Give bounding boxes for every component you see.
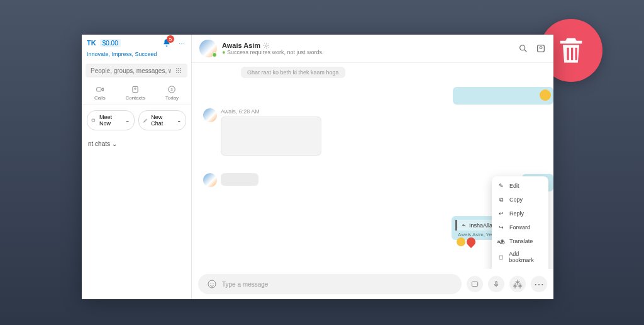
svg-point-5 — [180, 70, 181, 71]
svg-point-19 — [540, 47, 542, 49]
reply-arrow-icon — [461, 222, 467, 228]
more-icon[interactable]: ⋯ — [177, 38, 186, 47]
voice-message-button[interactable] — [488, 276, 504, 292]
svg-line-17 — [525, 50, 526, 52]
svg-point-3 — [176, 70, 177, 71]
action-row: Meet Now ⌄ New Chat ⌄ — [82, 105, 191, 135]
contact-status: Success requires work, not just words. — [227, 49, 324, 55]
svg-rect-9 — [97, 88, 101, 91]
nav-tabs: Calls Contacts S Today — [82, 80, 191, 105]
emoji-picker-icon[interactable] — [207, 279, 217, 289]
tab-calls[interactable]: Calls — [94, 85, 106, 101]
msg-bubble-small — [221, 173, 258, 186]
emoji-reaction — [540, 89, 551, 101]
tab-today[interactable]: S Today — [165, 85, 179, 101]
chevron-down-icon: ⌄ — [177, 117, 182, 123]
svg-point-6 — [176, 72, 177, 73]
settings-gear-icon — [263, 42, 270, 49]
sent-message[interactable] — [453, 87, 553, 105]
message-composer: Type a message ⁂ ⋯ — [192, 269, 553, 299]
svg-point-1 — [178, 68, 179, 69]
menu-edit[interactable]: ✎Edit — [492, 179, 548, 193]
menu-copy[interactable]: ⧉Copy — [492, 193, 548, 207]
chevron-down-icon: ⌄ — [125, 117, 130, 123]
profile-tagline: Innovate, Impress, Succeed — [82, 51, 191, 61]
balance-chip[interactable]: $0.00 — [100, 39, 121, 47]
bookmark-icon: ◻ — [497, 253, 505, 261]
new-chat-button[interactable]: New Chat ⌄ — [138, 110, 186, 130]
msg-bubble — [221, 117, 321, 156]
copy-icon: ⧉ — [497, 195, 506, 204]
notification-bell[interactable]: 5 — [162, 38, 171, 47]
meet-now-button[interactable]: Meet Now ⌄ — [87, 110, 135, 130]
search-bar[interactable] — [86, 64, 187, 77]
attach-contact-button[interactable] — [467, 276, 483, 292]
notification-count: 5 — [167, 35, 174, 43]
profile-bar: TK $0.00 5 ⋯ — [82, 35, 191, 51]
contact-name[interactable]: Awais Asim — [222, 42, 260, 49]
msg-avatar — [203, 108, 217, 122]
svg-rect-14 — [92, 119, 95, 122]
menu-forward[interactable]: ↪Forward — [492, 220, 548, 234]
chat-body: Ghar raat ko beth ki thek kaam hoga Awai… — [192, 63, 553, 269]
msg-timestamp: Awais, 6:28 AM — [221, 108, 321, 115]
svg-point-2 — [180, 68, 181, 69]
message-context-menu: ✎Edit ⧉Copy ↩Reply ↪Forward aあTranslate … — [492, 176, 548, 269]
svg-point-21 — [210, 283, 211, 283]
compose-icon — [143, 117, 148, 123]
compose-input[interactable]: Type a message — [198, 274, 462, 294]
svg-text:S: S — [171, 88, 174, 91]
skype-window: TK $0.00 5 ⋯ Innovate, Impress, Succeed … — [82, 35, 553, 299]
sparkle-icon: ⁂ — [513, 278, 523, 290]
chat-pane: Awais Asim ● Success requires work, not … — [192, 35, 553, 299]
forward-icon: ↪ — [497, 223, 506, 232]
camera-icon — [91, 117, 97, 123]
compose-placeholder: Type a message — [222, 281, 268, 288]
contacts-icon — [131, 85, 140, 94]
search-icon[interactable] — [518, 43, 528, 54]
search-input[interactable] — [91, 67, 171, 74]
svg-point-20 — [208, 280, 216, 288]
received-message[interactable]: Awais, 6:28 AM — [203, 108, 546, 156]
pencil-icon: ✎ — [497, 181, 506, 190]
tab-contacts[interactable]: Contacts — [125, 85, 145, 101]
reaction-emoji[interactable] — [457, 237, 465, 246]
translate-icon: aあ — [497, 237, 506, 246]
trash-icon — [555, 34, 587, 67]
profile-initials[interactable]: TK — [87, 39, 96, 47]
menu-bookmark[interactable]: ◻Add bookmark — [492, 248, 548, 266]
svg-rect-24 — [496, 281, 497, 285]
menu-select[interactable]: ☑Select Messages — [492, 266, 548, 269]
presence-dot — [212, 52, 217, 57]
svg-point-7 — [178, 72, 179, 73]
svg-rect-23 — [472, 282, 477, 287]
more-icon: ⋯ — [534, 278, 544, 290]
left-sidebar: TK $0.00 5 ⋯ Innovate, Impress, Succeed … — [82, 35, 192, 299]
video-icon — [96, 85, 104, 94]
heart-icon[interactable] — [465, 236, 477, 248]
contact-avatar[interactable] — [199, 40, 217, 57]
svg-point-16 — [520, 45, 525, 50]
msg-avatar — [203, 173, 217, 187]
svg-point-0 — [176, 68, 177, 69]
reply-icon: ↩ — [497, 209, 506, 218]
card-icon — [470, 280, 479, 288]
svg-point-22 — [213, 283, 213, 283]
skype-icon: S — [167, 85, 176, 94]
svg-point-8 — [180, 72, 181, 73]
gallery-icon[interactable] — [536, 43, 546, 54]
recent-chats-header[interactable]: nt chats ⌄ — [82, 135, 191, 152]
dialpad-icon[interactable] — [175, 67, 182, 74]
svg-point-4 — [178, 70, 179, 71]
chevron-down-icon: ⌄ — [112, 140, 117, 147]
more-options-button[interactable]: ⋯ — [531, 276, 547, 292]
older-message: Ghar raat ko beth ki thek kaam hoga — [241, 67, 345, 78]
svg-point-15 — [265, 45, 267, 47]
menu-translate[interactable]: aあTranslate — [492, 234, 548, 248]
microphone-icon — [492, 280, 501, 288]
svg-point-11 — [135, 88, 136, 89]
extras-button[interactable]: ⁂ — [509, 276, 526, 292]
chat-header: Awais Asim ● Success requires work, not … — [192, 35, 553, 63]
menu-reply[interactable]: ↩Reply — [492, 207, 548, 220]
